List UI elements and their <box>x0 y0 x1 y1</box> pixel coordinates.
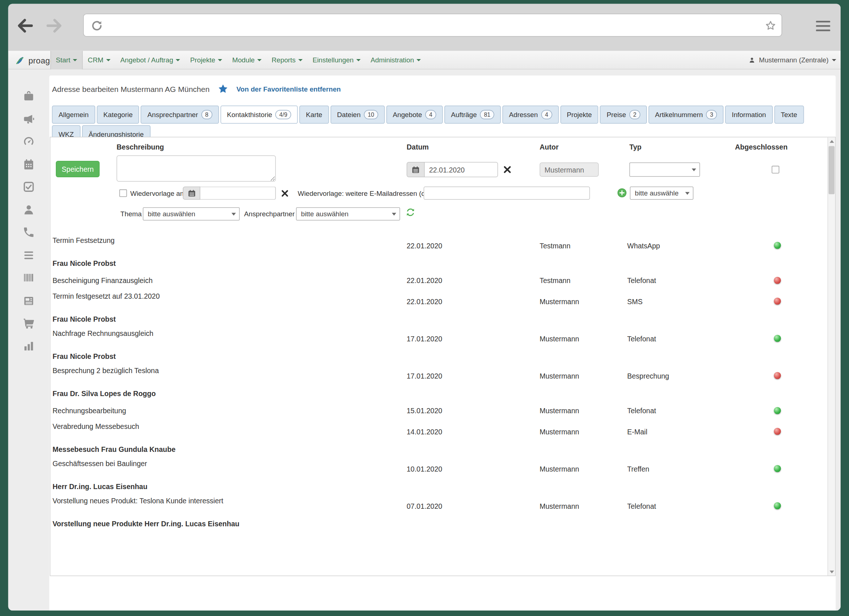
history-row[interactable]: Termin Festsetzung Frau Nicole Probst 22… <box>51 234 827 271</box>
tab-dateien[interactable]: Dateien 10 <box>331 106 384 124</box>
chevron-down-icon <box>356 59 361 61</box>
nav-item-start[interactable]: Start <box>51 51 83 70</box>
scrollbar[interactable] <box>827 137 835 576</box>
tab-artikelnummern[interactable]: Artikelnummern 3 <box>648 106 724 124</box>
history-contact: Messebesuch Frau Gundula Knaube <box>52 445 176 454</box>
nav-item-reports[interactable]: Reports <box>267 51 308 70</box>
history-row[interactable]: Nachfrage Rechnungsausgleich Frau Nicole… <box>51 327 827 365</box>
history-row[interactable]: Verabredung Messebesuch Messebesuch Frau… <box>51 420 827 457</box>
history-description: Vorstellung neues Produkt: Teslona Kunde… <box>52 497 223 505</box>
cc-email-input[interactable] <box>424 187 590 200</box>
typ-select[interactable] <box>629 163 700 177</box>
bookmark-star-icon[interactable] <box>764 19 777 33</box>
wiedervorlage-date-input[interactable] <box>200 187 276 200</box>
megaphone-icon[interactable] <box>22 112 36 125</box>
tab-kontakthistorie[interactable]: Kontakthistorie 4/9 <box>220 106 298 124</box>
history-row[interactable]: Bescheinigung Finanzausgleich 22.01.2020… <box>51 271 827 290</box>
calendar-icon[interactable] <box>22 158 36 171</box>
history-description: Rechnungsbearbeitung <box>52 407 126 415</box>
beschreibung-textarea[interactable] <box>117 155 276 182</box>
calendar-icon[interactable] <box>407 162 425 177</box>
browser-back-icon[interactable] <box>15 16 34 35</box>
browser-forward-icon[interactable] <box>46 16 64 35</box>
status-dot[interactable] <box>774 335 781 342</box>
cc-select[interactable]: bitte auswähle <box>630 187 694 200</box>
nav-item-module[interactable]: Module <box>227 51 267 70</box>
cart-icon[interactable] <box>22 317 36 330</box>
status-dot[interactable] <box>774 502 781 509</box>
thema-select[interactable]: bitte auswählen <box>143 208 240 221</box>
history-row[interactable]: Termin festgesetzt auf 23.01.2020 Frau N… <box>51 290 827 327</box>
nav-item-crm[interactable]: CRM <box>83 51 115 70</box>
tab-allgemein[interactable]: Allgemein <box>52 106 95 124</box>
bar-chart-icon[interactable] <box>22 339 36 352</box>
tab-ansprechpartner[interactable]: Ansprechpartner 8 <box>141 106 219 124</box>
phone-icon[interactable] <box>22 226 36 239</box>
status-dot[interactable] <box>774 428 781 435</box>
favorite-star-icon[interactable] <box>217 83 229 95</box>
status-dot[interactable] <box>774 277 781 284</box>
history-date: 15.01.2020 <box>407 407 442 415</box>
add-plus-icon[interactable] <box>617 188 627 198</box>
page-header: Adresse bearbeiten Mustermann AG München… <box>52 83 341 95</box>
tab-angebote[interactable]: Angebote 4 <box>386 106 442 124</box>
history-type: Telefonat <box>627 277 656 285</box>
column-header-autor: Autor <box>540 143 559 151</box>
abgeschlossen-checkbox[interactable] <box>772 166 779 174</box>
tab-karte[interactable]: Karte <box>299 106 329 124</box>
tab-badge: 10 <box>364 110 378 120</box>
task-check-icon[interactable] <box>22 180 36 193</box>
tab-badge: 4/9 <box>276 110 291 120</box>
user-menu[interactable]: Mustermann (Zentrale) <box>748 51 836 70</box>
bag-icon[interactable] <box>22 90 36 103</box>
news-icon[interactable] <box>22 294 36 307</box>
tab-preise[interactable]: Preise 2 <box>600 106 647 124</box>
gauge-icon[interactable] <box>22 135 36 148</box>
datum-input[interactable] <box>424 162 498 177</box>
tab-adressen[interactable]: Adressen 4 <box>502 106 559 124</box>
nav-item-einstellungen[interactable]: Einstellungen <box>308 51 366 70</box>
clear-date-icon[interactable] <box>503 166 511 174</box>
calendar-icon[interactable] <box>183 187 200 200</box>
tab-kategorie[interactable]: Kategorie <box>97 106 139 124</box>
clear-wiedervorlage-icon[interactable] <box>281 189 289 196</box>
save-button[interactable]: Speichern <box>56 161 100 177</box>
nav-menu: Start CRM Angebot / Auftrag Projekte Mod… <box>51 51 426 70</box>
history-type: Telefonat <box>627 407 656 415</box>
history-row[interactable]: Rechnungsbearbeitung 15.01.2020 Musterma… <box>51 402 827 420</box>
scroll-up-icon[interactable] <box>828 137 836 146</box>
tab-badge: 4 <box>541 110 552 120</box>
refresh-sync-icon[interactable] <box>405 207 416 218</box>
status-dot[interactable] <box>774 465 781 472</box>
barcode-icon[interactable] <box>22 271 36 284</box>
browser-menu-icon[interactable] <box>816 21 830 31</box>
person-icon[interactable] <box>22 203 36 216</box>
history-type: WhatsApp <box>627 242 660 250</box>
status-dot[interactable] <box>774 242 781 249</box>
scrollbar-thumb[interactable] <box>828 146 835 194</box>
status-dot[interactable] <box>774 372 781 379</box>
tab-texte[interactable]: Texte <box>774 106 804 124</box>
status-dot[interactable] <box>774 298 781 305</box>
url-input[interactable] <box>109 15 755 36</box>
tab-information[interactable]: Information <box>725 106 773 124</box>
history-row[interactable]: Vorstellung neues Produkt: Teslona Kunde… <box>51 494 827 532</box>
tab-badge: 8 <box>201 110 212 120</box>
status-dot[interactable] <box>774 407 781 414</box>
history-date: 22.01.2020 <box>407 242 442 250</box>
nav-item-projekte[interactable]: Projekte <box>185 51 227 70</box>
list-icon[interactable] <box>22 249 36 262</box>
history-row[interactable]: Besprechung 2 bezüglich Teslona Frau Dr.… <box>51 365 827 402</box>
wiedervorlage-checkbox[interactable] <box>119 189 127 197</box>
favorite-remove-link[interactable]: Von der Favoritenliste entfernen <box>237 85 341 93</box>
nav-item-angebot-auftrag[interactable]: Angebot / Auftrag <box>115 51 185 70</box>
tab-projekte[interactable]: Projekte <box>560 106 598 124</box>
tab-aufträge[interactable]: Aufträge 81 <box>444 106 500 124</box>
chevron-down-icon <box>106 59 110 61</box>
ansprechpartner-select[interactable]: bitte auswählen <box>296 208 400 221</box>
scroll-down-icon[interactable] <box>828 567 836 576</box>
reload-icon[interactable] <box>91 19 104 33</box>
nav-item-administration[interactable]: Administration <box>366 51 426 70</box>
history-row[interactable]: Geschäftsessen bei Baulinger Herr Dr.ing… <box>51 457 827 494</box>
history-type: Telefonat <box>627 335 656 343</box>
